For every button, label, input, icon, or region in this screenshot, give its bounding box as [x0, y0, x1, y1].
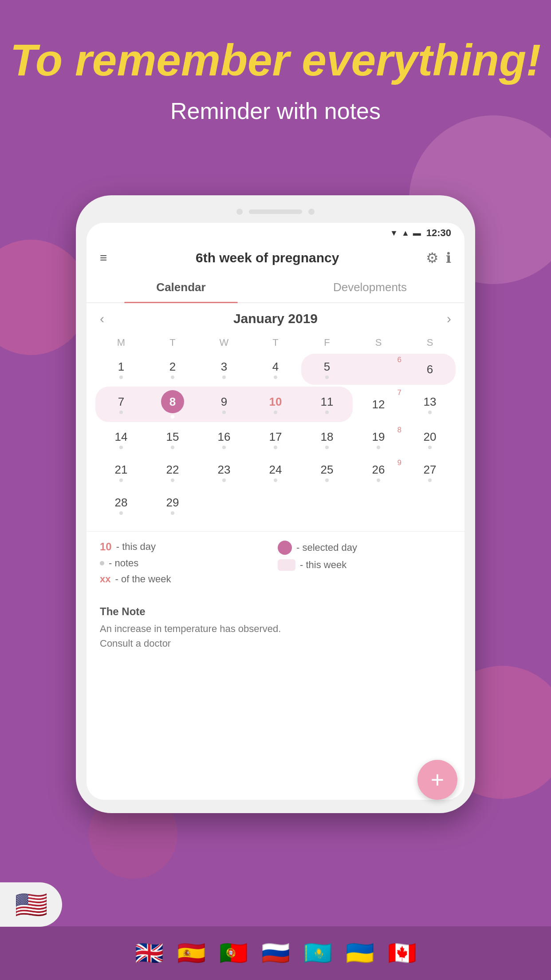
cal-cell-2[interactable]: 2 [147, 354, 198, 385]
cal-cell-1[interactable]: 1 [95, 354, 147, 385]
us-flag-emoji: 🇺🇸 [15, 889, 48, 921]
week-num-8: 8 [398, 426, 401, 435]
week-num-6: 6 [398, 356, 401, 364]
signal-icon [401, 229, 409, 238]
cal-day: 4 [272, 360, 279, 374]
us-flag-corner: 🇺🇸 [0, 882, 62, 927]
flag-es[interactable]: 🇪🇸 [177, 940, 206, 967]
day-header-f: F [301, 334, 353, 351]
week-num-9: 9 [398, 458, 401, 467]
cal-dot [119, 411, 123, 414]
cal-dot [171, 415, 174, 419]
phone-speaker [249, 209, 302, 214]
legend-xx: xx [100, 573, 110, 585]
status-bar: 12:30 [87, 223, 464, 243]
cal-cell-29[interactable]: 29 [147, 490, 198, 521]
legend-today-item: 10 - this day [100, 541, 273, 553]
app-title: 6th week of pregnancy [116, 250, 419, 265]
cal-day: 27 [424, 463, 437, 477]
cal-day: 17 [269, 430, 282, 444]
cal-cell-27[interactable]: 27 [404, 457, 456, 488]
tabs: Calendar Developments [87, 273, 464, 303]
cal-day: 10 [269, 395, 282, 409]
cal-day: 14 [115, 430, 128, 444]
cal-cell-empty1 [198, 490, 250, 521]
cal-cell-12s[interactable]: 12 7 [353, 387, 404, 422]
cal-dot [222, 375, 226, 379]
menu-icon[interactable]: ≡ [100, 251, 107, 265]
legend-section: 10 - this day - notes xx - of the week [87, 531, 464, 598]
gear-icon[interactable]: ⚙ [426, 249, 439, 266]
cal-cell-28[interactable]: 28 [95, 490, 147, 521]
cal-cell-19[interactable]: 19 8 [353, 424, 404, 455]
flag-ca[interactable]: 🇨🇦 [388, 940, 417, 967]
flag-kz[interactable]: 🇰🇿 [303, 940, 332, 967]
next-month-arrow[interactable]: › [447, 311, 451, 326]
cal-cell-6s[interactable]: 6 [353, 354, 404, 385]
cal-cell-18[interactable]: 18 [301, 424, 353, 455]
cal-cell-8[interactable]: 8 [147, 387, 198, 422]
cal-dot [171, 446, 174, 449]
subtitle: Reminder with notes [0, 98, 551, 124]
info-icon[interactable]: ℹ [446, 249, 451, 266]
cal-cell-17[interactable]: 17 [250, 424, 301, 455]
cal-cell-16[interactable]: 16 [198, 424, 250, 455]
legend-thisweek-item: - this week [278, 559, 451, 571]
cal-cell-22[interactable]: 22 [147, 457, 198, 488]
cal-cell-26[interactable]: 26 9 [353, 457, 404, 488]
cal-cell-13[interactable]: 13 [404, 387, 456, 422]
cal-cell-25[interactable]: 25 [301, 457, 353, 488]
cal-day: 3 [221, 360, 227, 374]
cal-dot [274, 446, 277, 449]
cal-dot [325, 478, 329, 482]
flag-pt[interactable]: 🇵🇹 [219, 940, 248, 967]
cal-cell-10[interactable]: 10 [250, 387, 301, 422]
cal-dot [428, 446, 432, 449]
cal-dot [377, 478, 380, 482]
cal-cell-3[interactable]: 3 [198, 354, 250, 385]
cal-cell-20[interactable]: 20 [404, 424, 456, 455]
legend-today-num: 10 [100, 541, 112, 553]
legend-notes-label: - notes [109, 557, 138, 569]
cal-dot [119, 446, 123, 449]
legend-selected-circle [278, 541, 292, 555]
cal-day: 19 [372, 430, 385, 444]
cal-dot [171, 511, 174, 515]
cal-cell-14[interactable]: 14 [95, 424, 147, 455]
cal-cell-21[interactable]: 21 [95, 457, 147, 488]
fab-add-button[interactable]: + [417, 760, 457, 800]
calendar-nav: ‹ January 2019 › [95, 303, 456, 334]
flag-gb[interactable]: 🇬🇧 [135, 940, 164, 967]
day-headers: M T W T F S S [95, 334, 456, 351]
calendar-row-2: 7 8 9 [95, 387, 456, 422]
cal-dot [325, 446, 329, 449]
prev-month-arrow[interactable]: ‹ [100, 311, 104, 326]
cal-day: 29 [166, 496, 179, 510]
flag-ua[interactable]: 🇺🇦 [346, 940, 374, 967]
cal-cell-9[interactable]: 9 [198, 387, 250, 422]
legend-notes-dot [100, 561, 104, 565]
app-header: ≡ 6th week of pregnancy ⚙ ℹ [87, 243, 464, 273]
cal-dot [274, 478, 277, 482]
calendar-row-3: 14 15 16 17 [95, 424, 456, 455]
cal-day: 1 [118, 360, 124, 374]
cal-cell-24[interactable]: 24 [250, 457, 301, 488]
note-title: The Note [100, 605, 451, 618]
cal-cell-5[interactable]: 5 [301, 354, 353, 385]
cal-cell-6[interactable]: 6 [404, 354, 456, 385]
cal-cell-4[interactable]: 4 [250, 354, 301, 385]
flag-ru[interactable]: 🇷🇺 [261, 940, 290, 967]
tab-developments[interactable]: Developments [276, 273, 464, 302]
cal-dot [119, 478, 123, 482]
cal-cell-7[interactable]: 7 [95, 387, 147, 422]
cal-day: 26 [372, 463, 385, 477]
cal-cell-23[interactable]: 23 [198, 457, 250, 488]
tab-calendar[interactable]: Calendar [87, 273, 276, 302]
legend-notes-item: - notes [100, 557, 273, 569]
cal-day: 13 [424, 395, 437, 409]
cal-day: 2 [169, 360, 176, 374]
cal-dot [377, 446, 380, 449]
cal-cell-15[interactable]: 15 [147, 424, 198, 455]
legend-selected-item: - selected day [278, 541, 451, 555]
cal-cell-11[interactable]: 11 [301, 387, 353, 422]
